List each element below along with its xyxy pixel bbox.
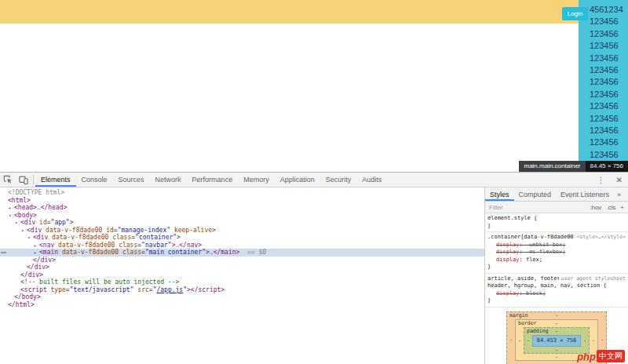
expand-right-icon[interactable]: ▸ xyxy=(9,204,14,212)
inspect-tooltip: main.main.container 84.45 × 756 xyxy=(519,161,628,172)
tab-console[interactable]: Console xyxy=(76,173,113,187)
border-bottom-value[interactable]: - xyxy=(555,354,558,360)
gutter-marker xyxy=(1,252,6,253)
tab-audits[interactable]: Audits xyxy=(356,173,387,187)
margin-top-value[interactable]: - xyxy=(555,312,558,318)
tab-elements[interactable]: Elements xyxy=(35,173,76,187)
tab-security[interactable]: Security xyxy=(320,173,357,187)
css-property[interactable]: display: -ms-flexbox; xyxy=(487,249,626,257)
tab-network[interactable]: Network xyxy=(150,173,187,187)
margin-bottom-value[interactable]: - xyxy=(555,361,558,364)
style-rule: .container[data-v-f8dade00] {<style>…</s… xyxy=(485,232,628,274)
styles-tab-event-listeners[interactable]: Event Listeners xyxy=(556,187,614,201)
expand-spacer xyxy=(15,286,20,294)
tree-row[interactable]: <script type="text/javascript" src="/app… xyxy=(0,286,484,294)
style-rules: element.style {}.container[data-v-f8dade… xyxy=(485,213,628,308)
new-style-rule-button[interactable]: + xyxy=(620,204,624,211)
tree-row[interactable]: </div> xyxy=(0,257,484,264)
sidebar-number: 123456 xyxy=(590,149,628,161)
sidebar-number: 123456 xyxy=(590,89,628,100)
overflow-tabs-icon[interactable]: » xyxy=(614,187,624,201)
devtools-toolbar: ElementsConsoleSourcesNetworkPerformance… xyxy=(0,173,628,187)
rule-source-link[interactable]: user agent stylesheet xyxy=(559,275,626,283)
border-label: border xyxy=(518,320,536,327)
rule-selector[interactable]: article, aside, footer, xyxy=(487,275,559,283)
tree-row[interactable]: <!-- built files will be auto injected -… xyxy=(0,278,484,286)
expand-down-icon[interactable]: ▾ xyxy=(9,212,14,220)
close-devtools-icon[interactable]: ✕ xyxy=(611,176,628,184)
tree-row[interactable]: ▾<div data-v-f8dade00 id="manage-index" … xyxy=(0,227,484,235)
style-rule: element.style {} xyxy=(485,213,628,232)
tree-row[interactable]: ▾<div data-v-f8dade00 class="container"> xyxy=(0,234,484,242)
tab-application[interactable]: Application xyxy=(275,173,320,187)
sidebar-number: 123456 xyxy=(590,125,628,136)
sidebar-number: 123456 xyxy=(590,113,628,125)
tree-row[interactable]: ▸<nav data-v-f8dade00 class="navbar">…</… xyxy=(0,242,484,249)
styles-filter-input[interactable]: Filter xyxy=(489,204,503,211)
styles-body: element.style {}.container[data-v-f8dade… xyxy=(485,213,628,364)
box-model-content-size: 84.453 × 756 xyxy=(532,335,581,347)
tree-row[interactable]: <html> xyxy=(0,197,484,205)
margin-label: margin xyxy=(509,312,528,319)
tab-sources[interactable]: Sources xyxy=(113,173,150,187)
padding-right-value[interactable]: - xyxy=(581,335,589,347)
styles-tabs: StylesComputedEvent Listeners» xyxy=(485,187,628,202)
tab-memory[interactable]: Memory xyxy=(238,173,275,187)
tree-row[interactable]: ▾<div id="app"> xyxy=(0,219,484,227)
expand-down-icon[interactable]: ▾ xyxy=(27,234,33,242)
style-rule: article, aside, footer,user agent styles… xyxy=(485,274,628,308)
tree-row[interactable]: ▾<body> xyxy=(0,212,484,220)
margin-left-value[interactable]: - xyxy=(507,319,515,361)
tree-row-selected[interactable]: ▸<main data-v-f8dade00 class="main conta… xyxy=(0,249,484,257)
tree-row[interactable]: ▸<head>…</head> xyxy=(0,204,484,212)
sidebar-number: 123456 xyxy=(590,136,628,148)
rule-selector[interactable]: .container[data-v-f8dade00] { xyxy=(487,234,574,242)
login-button[interactable]: Login xyxy=(562,7,588,20)
padding-left-value[interactable]: - xyxy=(524,335,532,347)
pseudo-state-toggle[interactable]: :hov xyxy=(590,204,601,211)
css-property[interactable]: display: flex; xyxy=(487,257,626,264)
tree-row[interactable]: <!DOCTYPE html> xyxy=(0,189,484,197)
expand-spacer xyxy=(15,271,20,279)
sidebar-number: 123456 xyxy=(590,100,628,112)
device-toolbar-icon[interactable] xyxy=(16,173,31,187)
toolbar-separator xyxy=(33,175,34,184)
inspect-element-icon[interactable] xyxy=(0,173,16,187)
sidebar-number: 123456 xyxy=(590,76,628,88)
dom-tree: <!DOCTYPE html> <html>▸<head>…</head>▾<b… xyxy=(0,187,484,364)
tab-performance[interactable]: Performance xyxy=(187,173,239,187)
expand-right-icon[interactable]: ▸ xyxy=(34,242,39,249)
styles-tab-styles[interactable]: Styles xyxy=(485,187,514,201)
class-toggle[interactable]: .cls xyxy=(606,204,615,211)
devtools-window-controls: ⋮ ✕ xyxy=(592,173,628,187)
border-left-value[interactable]: - xyxy=(516,327,524,354)
tree-row[interactable]: </div> xyxy=(0,271,484,279)
sidebar-number: 123456 xyxy=(590,28,628,40)
expand-down-icon[interactable]: ▾ xyxy=(21,227,27,235)
more-options-icon[interactable]: ⋮ xyxy=(592,176,611,184)
sidebar-number: 123456 xyxy=(590,40,628,52)
padding-bottom-value[interactable]: - xyxy=(555,347,558,353)
styles-tab-computed[interactable]: Computed xyxy=(514,187,557,201)
tree-row[interactable]: </div> xyxy=(0,264,484,271)
tree-row[interactable]: </body> xyxy=(0,293,484,301)
css-property[interactable]: display: block; xyxy=(487,290,626,298)
rule-selector[interactable]: element.style { xyxy=(487,215,537,223)
expand-spacer xyxy=(2,301,8,309)
padding-label: padding xyxy=(527,328,548,335)
border-top-value[interactable]: - xyxy=(555,320,558,326)
padding-top-value[interactable]: - xyxy=(555,328,558,334)
sidebar-number: 123456 xyxy=(590,64,628,76)
watermark-cn: 中文网 xyxy=(597,350,625,362)
rule-selector[interactable]: header, hgroup, main, nav, section { xyxy=(487,282,607,290)
rule-source-link[interactable]: <style>…</style> xyxy=(574,234,626,242)
css-property[interactable]: display: -webkit-box; xyxy=(487,242,626,249)
expand-spacer xyxy=(27,257,33,264)
sidebar-number: 4561234 xyxy=(590,4,628,16)
watermark-logo: php 中文网 xyxy=(577,350,625,362)
tree-row[interactable]: </html> xyxy=(0,301,484,309)
expand-spacer xyxy=(15,278,20,286)
expand-right-icon[interactable]: ▸ xyxy=(34,249,39,257)
expand-down-icon[interactable]: ▾ xyxy=(15,219,20,227)
expand-spacer xyxy=(9,293,14,301)
